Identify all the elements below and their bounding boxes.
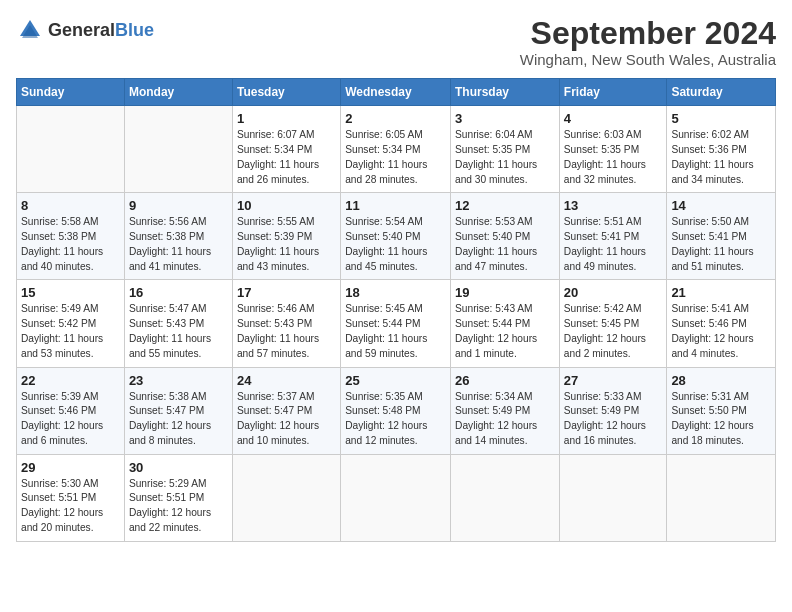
calendar-cell: 11Sunrise: 5:54 AMSunset: 5:40 PMDayligh… <box>341 193 451 280</box>
day-detail: Sunrise: 5:51 AMSunset: 5:41 PMDaylight:… <box>564 215 663 274</box>
header-wednesday: Wednesday <box>341 79 451 106</box>
calendar-cell: 23Sunrise: 5:38 AMSunset: 5:47 PMDayligh… <box>124 367 232 454</box>
calendar-cell: 15Sunrise: 5:49 AMSunset: 5:42 PMDayligh… <box>17 280 125 367</box>
day-number: 5 <box>671 111 771 126</box>
logo-icon <box>16 16 44 44</box>
day-number: 16 <box>129 285 228 300</box>
logo-blue: Blue <box>115 21 154 39</box>
day-number: 19 <box>455 285 555 300</box>
calendar-cell: 2Sunrise: 6:05 AMSunset: 5:34 PMDaylight… <box>341 106 451 193</box>
calendar-cell: 21Sunrise: 5:41 AMSunset: 5:46 PMDayligh… <box>667 280 776 367</box>
calendar-cell <box>451 454 560 541</box>
day-detail: Sunrise: 5:37 AMSunset: 5:47 PMDaylight:… <box>237 390 336 449</box>
day-number: 29 <box>21 460 120 475</box>
calendar-cell: 25Sunrise: 5:35 AMSunset: 5:48 PMDayligh… <box>341 367 451 454</box>
calendar-cell: 24Sunrise: 5:37 AMSunset: 5:47 PMDayligh… <box>232 367 340 454</box>
calendar-cell <box>667 454 776 541</box>
calendar-cell <box>232 454 340 541</box>
day-number: 11 <box>345 198 446 213</box>
calendar-cell: 13Sunrise: 5:51 AMSunset: 5:41 PMDayligh… <box>559 193 667 280</box>
calendar-cell: 9Sunrise: 5:56 AMSunset: 5:38 PMDaylight… <box>124 193 232 280</box>
day-detail: Sunrise: 5:47 AMSunset: 5:43 PMDaylight:… <box>129 302 228 361</box>
calendar-cell: 1Sunrise: 6:07 AMSunset: 5:34 PMDaylight… <box>232 106 340 193</box>
day-detail: Sunrise: 5:33 AMSunset: 5:49 PMDaylight:… <box>564 390 663 449</box>
calendar-week-2: 8Sunrise: 5:58 AMSunset: 5:38 PMDaylight… <box>17 193 776 280</box>
calendar-cell: 14Sunrise: 5:50 AMSunset: 5:41 PMDayligh… <box>667 193 776 280</box>
calendar-cell: 30Sunrise: 5:29 AMSunset: 5:51 PMDayligh… <box>124 454 232 541</box>
logo-general: General <box>48 21 115 39</box>
calendar-body: 1Sunrise: 6:07 AMSunset: 5:34 PMDaylight… <box>17 106 776 542</box>
day-number: 22 <box>21 373 120 388</box>
calendar-header: SundayMondayTuesdayWednesdayThursdayFrid… <box>17 79 776 106</box>
day-number: 24 <box>237 373 336 388</box>
calendar-cell: 12Sunrise: 5:53 AMSunset: 5:40 PMDayligh… <box>451 193 560 280</box>
day-number: 9 <box>129 198 228 213</box>
calendar-table: SundayMondayTuesdayWednesdayThursdayFrid… <box>16 78 776 542</box>
day-number: 18 <box>345 285 446 300</box>
calendar-cell: 20Sunrise: 5:42 AMSunset: 5:45 PMDayligh… <box>559 280 667 367</box>
calendar-week-3: 15Sunrise: 5:49 AMSunset: 5:42 PMDayligh… <box>17 280 776 367</box>
calendar-cell: 10Sunrise: 5:55 AMSunset: 5:39 PMDayligh… <box>232 193 340 280</box>
day-number: 1 <box>237 111 336 126</box>
calendar-cell <box>559 454 667 541</box>
day-detail: Sunrise: 6:05 AMSunset: 5:34 PMDaylight:… <box>345 128 446 187</box>
calendar-cell: 3Sunrise: 6:04 AMSunset: 5:35 PMDaylight… <box>451 106 560 193</box>
calendar-cell: 16Sunrise: 5:47 AMSunset: 5:43 PMDayligh… <box>124 280 232 367</box>
calendar-cell: 29Sunrise: 5:30 AMSunset: 5:51 PMDayligh… <box>17 454 125 541</box>
day-detail: Sunrise: 5:58 AMSunset: 5:38 PMDaylight:… <box>21 215 120 274</box>
day-number: 25 <box>345 373 446 388</box>
day-detail: Sunrise: 5:54 AMSunset: 5:40 PMDaylight:… <box>345 215 446 274</box>
day-detail: Sunrise: 5:38 AMSunset: 5:47 PMDaylight:… <box>129 390 228 449</box>
calendar-cell: 8Sunrise: 5:58 AMSunset: 5:38 PMDaylight… <box>17 193 125 280</box>
location-title: Wingham, New South Wales, Australia <box>520 51 776 68</box>
header-friday: Friday <box>559 79 667 106</box>
day-number: 30 <box>129 460 228 475</box>
header-sunday: Sunday <box>17 79 125 106</box>
day-detail: Sunrise: 5:41 AMSunset: 5:46 PMDaylight:… <box>671 302 771 361</box>
calendar-cell: 5Sunrise: 6:02 AMSunset: 5:36 PMDaylight… <box>667 106 776 193</box>
day-number: 13 <box>564 198 663 213</box>
header-tuesday: Tuesday <box>232 79 340 106</box>
day-detail: Sunrise: 5:50 AMSunset: 5:41 PMDaylight:… <box>671 215 771 274</box>
calendar-cell <box>124 106 232 193</box>
day-number: 26 <box>455 373 555 388</box>
day-number: 20 <box>564 285 663 300</box>
calendar-cell <box>17 106 125 193</box>
calendar-cell: 28Sunrise: 5:31 AMSunset: 5:50 PMDayligh… <box>667 367 776 454</box>
day-detail: Sunrise: 5:29 AMSunset: 5:51 PMDaylight:… <box>129 477 228 536</box>
logo: General Blue <box>16 16 154 44</box>
calendar-cell: 22Sunrise: 5:39 AMSunset: 5:46 PMDayligh… <box>17 367 125 454</box>
month-title: September 2024 <box>520 16 776 51</box>
page-header: General Blue September 2024 Wingham, New… <box>16 16 776 68</box>
calendar-cell <box>341 454 451 541</box>
day-detail: Sunrise: 5:35 AMSunset: 5:48 PMDaylight:… <box>345 390 446 449</box>
day-number: 21 <box>671 285 771 300</box>
day-detail: Sunrise: 5:42 AMSunset: 5:45 PMDaylight:… <box>564 302 663 361</box>
title-block: September 2024 Wingham, New South Wales,… <box>520 16 776 68</box>
day-detail: Sunrise: 5:45 AMSunset: 5:44 PMDaylight:… <box>345 302 446 361</box>
day-detail: Sunrise: 5:34 AMSunset: 5:49 PMDaylight:… <box>455 390 555 449</box>
day-number: 15 <box>21 285 120 300</box>
calendar-cell: 26Sunrise: 5:34 AMSunset: 5:49 PMDayligh… <box>451 367 560 454</box>
day-detail: Sunrise: 6:04 AMSunset: 5:35 PMDaylight:… <box>455 128 555 187</box>
day-number: 12 <box>455 198 555 213</box>
day-number: 8 <box>21 198 120 213</box>
day-number: 3 <box>455 111 555 126</box>
header-monday: Monday <box>124 79 232 106</box>
calendar-cell: 19Sunrise: 5:43 AMSunset: 5:44 PMDayligh… <box>451 280 560 367</box>
calendar-week-1: 1Sunrise: 6:07 AMSunset: 5:34 PMDaylight… <box>17 106 776 193</box>
day-detail: Sunrise: 6:07 AMSunset: 5:34 PMDaylight:… <box>237 128 336 187</box>
header-saturday: Saturday <box>667 79 776 106</box>
header-thursday: Thursday <box>451 79 560 106</box>
day-detail: Sunrise: 5:56 AMSunset: 5:38 PMDaylight:… <box>129 215 228 274</box>
day-detail: Sunrise: 6:02 AMSunset: 5:36 PMDaylight:… <box>671 128 771 187</box>
day-detail: Sunrise: 5:39 AMSunset: 5:46 PMDaylight:… <box>21 390 120 449</box>
calendar-cell: 27Sunrise: 5:33 AMSunset: 5:49 PMDayligh… <box>559 367 667 454</box>
calendar-week-4: 22Sunrise: 5:39 AMSunset: 5:46 PMDayligh… <box>17 367 776 454</box>
day-detail: Sunrise: 5:49 AMSunset: 5:42 PMDaylight:… <box>21 302 120 361</box>
day-number: 4 <box>564 111 663 126</box>
day-detail: Sunrise: 5:31 AMSunset: 5:50 PMDaylight:… <box>671 390 771 449</box>
day-number: 17 <box>237 285 336 300</box>
calendar-cell: 17Sunrise: 5:46 AMSunset: 5:43 PMDayligh… <box>232 280 340 367</box>
day-detail: Sunrise: 6:03 AMSunset: 5:35 PMDaylight:… <box>564 128 663 187</box>
